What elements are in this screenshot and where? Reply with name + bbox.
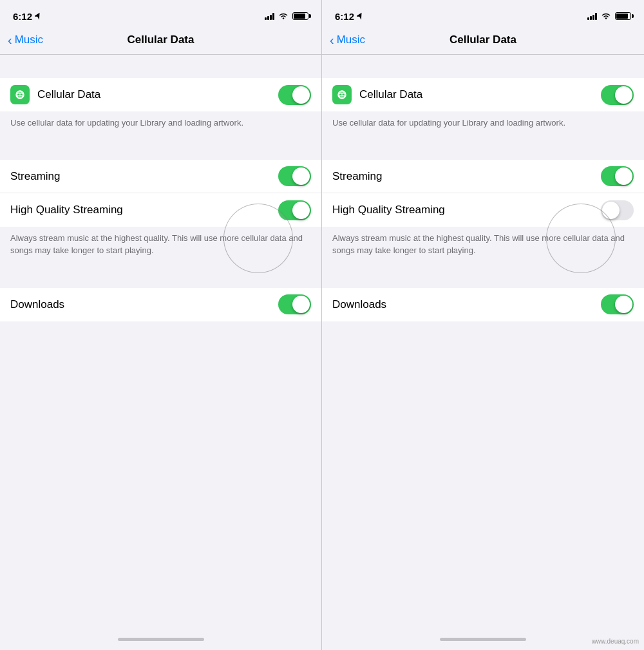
signal-bars-right (587, 12, 597, 20)
downloads-group-left: Downloads (0, 288, 321, 321)
cellular-data-icon-left (14, 89, 26, 100)
section-gap-3-right (322, 265, 644, 288)
signal-bar-4 (272, 13, 274, 20)
streaming-label-right: Streaming (332, 170, 601, 183)
signal-bar-1 (265, 17, 267, 20)
cellular-icon-bg-left (10, 85, 30, 104)
signal-bar-r3 (592, 15, 594, 20)
hq-description-left: Always stream music at the highest quali… (0, 227, 321, 264)
streaming-toggle-left[interactable] (278, 166, 311, 186)
signal-bar-2 (267, 16, 269, 20)
hq-streaming-toggle-knob-left (292, 202, 310, 219)
cellular-description-right: Use cellular data for updating your Libr… (322, 111, 644, 137)
battery-icon-right (615, 12, 631, 20)
hq-streaming-toggle-right[interactable] (601, 200, 634, 220)
streaming-label-left: Streaming (10, 170, 278, 183)
hq-streaming-label-left: High Quality Streaming (10, 204, 278, 216)
status-bar-right: 6:12 (322, 0, 644, 28)
hq-streaming-toggle-left[interactable] (278, 200, 311, 220)
nav-bar-left: ‹ Music Cellular Data (0, 28, 321, 55)
hq-streaming-label-right: High Quality Streaming (332, 204, 601, 216)
cellular-data-toggle-knob-right (615, 86, 632, 104)
cellular-data-toggle-knob-left (292, 86, 310, 104)
streaming-row-right: Streaming (322, 160, 644, 193)
bottom-space-left (0, 321, 321, 628)
status-time-left: 6:12 (13, 11, 41, 22)
chevron-left-icon: ‹ (8, 33, 12, 46)
streaming-group-right: Streaming High Quality Streaming (322, 160, 644, 227)
status-time-right: 6:12 (335, 11, 363, 22)
chevron-left-icon-right: ‹ (330, 33, 334, 46)
watermark: www.deuaq.com (592, 638, 639, 645)
hq-streaming-toggle-knob-right (602, 202, 620, 219)
signal-bar-r1 (587, 17, 589, 20)
downloads-label-right: Downloads (332, 298, 601, 311)
hq-description-text-right: Always stream music at the highest quali… (332, 233, 625, 255)
downloads-toggle-knob-left (292, 296, 310, 313)
left-phone-panel: 6:12 ‹ Music (0, 0, 322, 650)
cellular-data-icon-right (336, 89, 348, 100)
signal-bar-r2 (590, 16, 592, 20)
back-button-left[interactable]: ‹ Music (8, 33, 43, 46)
section-gap-3-left (0, 265, 321, 288)
battery-icon-left (292, 12, 308, 20)
wifi-icon-right (601, 12, 611, 20)
section-gap-top-left (0, 55, 321, 78)
downloads-group-right: Downloads (322, 288, 644, 321)
cellular-data-label-right: Cellular Data (359, 88, 601, 101)
status-icons-right (587, 12, 631, 20)
signal-bar-r4 (595, 13, 597, 20)
signal-bar-3 (270, 15, 272, 20)
cellular-description-text-left: Use cellular data for updating your Libr… (10, 118, 243, 128)
back-label-left: Music (15, 33, 43, 46)
streaming-toggle-knob-right (615, 167, 632, 185)
home-bar-right (440, 638, 526, 641)
location-arrow-icon-left (35, 12, 41, 20)
cellular-data-row-right: Cellular Data (322, 78, 644, 111)
home-indicator-left (0, 628, 321, 650)
cellular-data-row-left: Cellular Data (0, 78, 321, 111)
hq-streaming-row-left: High Quality Streaming (0, 193, 321, 227)
hq-streaming-row-right: High Quality Streaming (322, 193, 644, 227)
downloads-row-right: Downloads (322, 288, 644, 321)
cellular-data-group-right: Cellular Data (322, 78, 644, 111)
page-title-left: Cellular Data (128, 33, 194, 46)
cellular-icon-bg-right (332, 85, 352, 104)
downloads-toggle-left[interactable] (278, 294, 311, 314)
back-button-right[interactable]: ‹ Music (330, 33, 365, 46)
signal-bars-left (265, 12, 274, 20)
hq-description-text-left: Always stream music at the highest quali… (10, 233, 303, 255)
nav-bar-right: ‹ Music Cellular Data (322, 28, 644, 55)
cellular-data-toggle-right[interactable] (601, 85, 634, 105)
home-bar-left (118, 638, 204, 641)
hq-description-right: Always stream music at the highest quali… (322, 227, 644, 264)
cellular-data-group-left: Cellular Data (0, 78, 321, 111)
streaming-toggle-knob-left (292, 167, 310, 185)
downloads-label-left: Downloads (10, 298, 278, 311)
streaming-toggle-right[interactable] (601, 166, 634, 186)
section-gap-2-left (0, 137, 321, 160)
downloads-toggle-knob-right (615, 296, 632, 313)
section-gap-top-right (322, 55, 644, 78)
back-label-right: Music (337, 33, 365, 46)
battery-fill-right (616, 14, 628, 19)
streaming-row-left: Streaming (0, 160, 321, 193)
wifi-icon-left (278, 12, 289, 20)
page-title-right: Cellular Data (450, 33, 516, 46)
status-bar-left: 6:12 (0, 0, 321, 28)
section-gap-2-right (322, 137, 644, 160)
downloads-toggle-right[interactable] (601, 294, 634, 314)
status-icons-left (265, 12, 308, 20)
location-arrow-icon-right (357, 12, 363, 20)
cellular-data-label-left: Cellular Data (37, 88, 278, 101)
bottom-space-right (322, 321, 644, 628)
cellular-description-left: Use cellular data for updating your Libr… (0, 111, 321, 137)
right-phone-panel: 6:12 ‹ Music (322, 0, 644, 650)
downloads-row-left: Downloads (0, 288, 321, 321)
streaming-group-left: Streaming High Quality Streaming (0, 160, 321, 227)
cellular-description-text-right: Use cellular data for updating your Libr… (332, 118, 565, 128)
battery-fill-left (294, 14, 305, 19)
cellular-data-toggle-left[interactable] (278, 85, 311, 105)
